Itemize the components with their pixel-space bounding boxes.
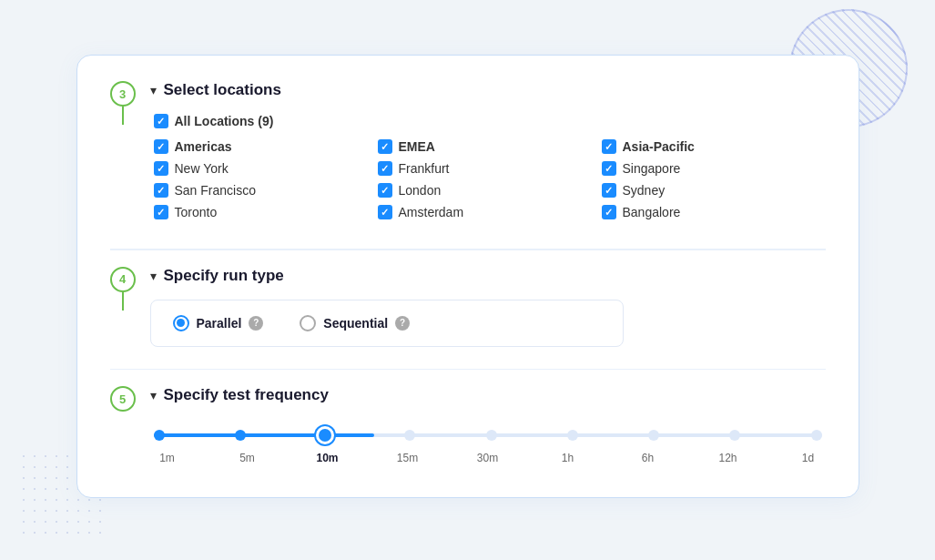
run-type-title: Specify run type <box>164 267 284 285</box>
tick-dot-3 <box>404 430 415 441</box>
slider-labels: 1m 5m 10m 15m 30m 1h 6h 12h 1d <box>154 452 822 464</box>
slider-thumb[interactable] <box>316 426 334 444</box>
emea-label: EMEA <box>399 139 435 154</box>
sequential-option[interactable]: Sequential ? <box>300 315 410 331</box>
slider-track-container <box>154 426 822 444</box>
americas-label: Americas <box>175 139 232 154</box>
label-12h: 12h <box>715 452 742 464</box>
all-locations-item[interactable]: All Locations (9) <box>154 114 826 128</box>
frankfurt-label: Frankfurt <box>399 161 450 176</box>
parallel-label: Parallel <box>197 316 242 331</box>
step-line-3 <box>122 107 124 125</box>
label-1m: 1m <box>154 452 181 464</box>
sequential-radio[interactable] <box>300 315 316 331</box>
all-locations-label: All Locations (9) <box>175 114 274 128</box>
step-col-3: 3 <box>110 81 136 125</box>
column-emea: EMEA Frankfurt London Amsterdam <box>378 139 602 227</box>
divider-1 <box>110 249 826 250</box>
toronto-label: Toronto <box>175 205 218 219</box>
tick-dot-0 <box>154 430 165 441</box>
chevron-down-icon-2: ▾ <box>150 269 157 283</box>
bangalore-label: Bangalore <box>623 205 681 219</box>
tick-dot-8 <box>811 430 822 441</box>
step-col-5: 5 <box>110 386 136 412</box>
tick-dot-6 <box>648 430 659 441</box>
frequency-title: Specify test frequency <box>164 386 329 404</box>
new-york-item[interactable]: New York <box>154 161 378 176</box>
tick-dot-1 <box>235 430 246 441</box>
step-3-circle: 3 <box>110 81 136 107</box>
column-asia-pacific: Asia-Pacific Singapore Sydney Banga <box>602 139 826 227</box>
parallel-help-icon[interactable]: ? <box>249 316 263 331</box>
frankfurt-checkbox[interactable] <box>378 161 392 176</box>
london-item[interactable]: London <box>378 183 602 198</box>
section-locations: 3 ▾ Select locations All Locations (9) <box>110 81 826 245</box>
label-30m: 30m <box>474 452 502 464</box>
bangalore-checkbox[interactable] <box>602 205 616 219</box>
parallel-radio-inner <box>177 319 185 327</box>
new-york-label: New York <box>175 161 229 176</box>
locations-grid: All Locations (9) Americas New York <box>150 114 826 227</box>
column-americas: Americas New York San Francisco Tor <box>154 139 378 227</box>
asia-pacific-label: Asia-Pacific <box>623 139 695 154</box>
san-francisco-checkbox[interactable] <box>154 183 168 198</box>
run-type-content: ▾ Specify run type Parallel ? Sequential… <box>150 267 826 365</box>
frankfurt-item[interactable]: Frankfurt <box>378 161 602 176</box>
asia-pacific-header[interactable]: Asia-Pacific <box>602 139 826 154</box>
parallel-option[interactable]: Parallel ? <box>173 315 264 331</box>
all-locations-checkbox[interactable] <box>154 114 168 128</box>
sydney-item[interactable]: Sydney <box>602 183 826 198</box>
tick-dot-4 <box>486 430 497 441</box>
section-frequency: 5 ▾ Specify test frequency <box>110 386 826 472</box>
emea-header[interactable]: EMEA <box>378 139 602 154</box>
step-4-circle: 4 <box>110 267 136 292</box>
singapore-label: Singapore <box>623 161 681 176</box>
section-run-type: 4 ▾ Specify run type Parallel ? Sequ <box>110 267 826 365</box>
london-checkbox[interactable] <box>378 183 392 198</box>
label-10m: 10m <box>314 452 341 464</box>
label-1h: 1h <box>554 452 582 464</box>
new-york-checkbox[interactable] <box>154 161 168 176</box>
locations-header: ▾ Select locations <box>150 81 826 99</box>
americas-checkbox[interactable] <box>154 139 168 154</box>
main-card: 3 ▾ Select locations All Locations (9) <box>76 55 859 498</box>
americas-header[interactable]: Americas <box>154 139 378 154</box>
tick-dot-5 <box>567 430 578 441</box>
run-type-header: ▾ Specify run type <box>150 267 826 285</box>
san-francisco-label: San Francisco <box>175 183 256 198</box>
toronto-checkbox[interactable] <box>154 205 168 219</box>
toronto-item[interactable]: Toronto <box>154 205 378 219</box>
label-15m: 15m <box>394 452 422 464</box>
asia-pacific-checkbox[interactable] <box>602 139 616 154</box>
label-1d: 1d <box>795 452 822 464</box>
all-locations-row: All Locations (9) <box>154 114 826 128</box>
locations-content: ▾ Select locations All Locations (9) Ame <box>150 81 826 245</box>
parallel-radio[interactable] <box>173 315 189 331</box>
chevron-down-icon: ▾ <box>150 83 157 97</box>
sequential-help-icon[interactable]: ? <box>395 316 410 331</box>
step-col-4: 4 <box>110 267 136 311</box>
singapore-checkbox[interactable] <box>602 161 616 176</box>
step-line-4 <box>122 292 124 311</box>
step-5-circle: 5 <box>110 386 136 412</box>
sydney-label: Sydney <box>623 183 666 198</box>
label-6h: 6h <box>635 452 662 464</box>
locations-columns: Americas New York San Francisco Tor <box>154 139 826 227</box>
sydney-checkbox[interactable] <box>602 183 616 198</box>
divider-2 <box>110 369 826 371</box>
amsterdam-label: Amsterdam <box>399 205 464 219</box>
san-francisco-item[interactable]: San Francisco <box>154 183 378 198</box>
locations-title: Select locations <box>164 81 281 99</box>
frequency-content: ▾ Specify test frequency <box>150 386 826 472</box>
chevron-down-icon-3: ▾ <box>150 388 157 402</box>
singapore-item[interactable]: Singapore <box>602 161 826 176</box>
emea-checkbox[interactable] <box>378 139 392 154</box>
bangalore-item[interactable]: Bangalore <box>602 205 826 219</box>
amsterdam-checkbox[interactable] <box>378 205 392 219</box>
run-type-box: Parallel ? Sequential ? <box>150 300 624 347</box>
london-label: London <box>399 183 442 198</box>
amsterdam-item[interactable]: Amsterdam <box>378 205 602 219</box>
tick-dot-7 <box>729 430 740 441</box>
frequency-header: ▾ Specify test frequency <box>150 386 826 404</box>
frequency-slider-area: 1m 5m 10m 15m 30m 1h 6h 12h 1d <box>150 419 826 472</box>
